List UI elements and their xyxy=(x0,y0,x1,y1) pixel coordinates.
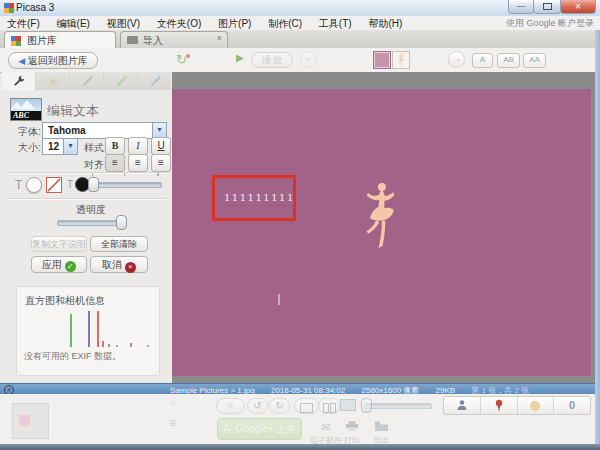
font-select[interactable]: Tahoma ▾ xyxy=(42,122,167,139)
apply-button[interactable]: 应用 ✓ xyxy=(31,256,87,273)
fit-small-button[interactable]: A xyxy=(472,53,493,68)
align-left-button[interactable]: ≡ xyxy=(105,154,125,172)
tab-close-icon[interactable]: × xyxy=(217,33,222,43)
slider-tick xyxy=(92,173,93,176)
histogram-box: 直方图和相机信息 没有可用的 EXIF 数据。 xyxy=(16,286,160,376)
star-button[interactable]: ☆ xyxy=(216,398,245,414)
split-view-icon xyxy=(323,403,329,413)
photo-canvas[interactable]: 111111111 xyxy=(172,89,591,376)
close-button[interactable]: × xyxy=(560,0,596,14)
tab-effects-1[interactable] xyxy=(70,72,104,90)
transparency-label: 透明度 xyxy=(76,203,106,217)
photo-viewport: 111111111 xyxy=(172,72,595,383)
bold-button[interactable]: B xyxy=(105,137,125,155)
align-right-button[interactable]: ≡ xyxy=(151,154,171,172)
back-to-library-button[interactable]: ◀ 返回到图片库 xyxy=(8,52,98,69)
abc-label: ABC xyxy=(13,111,29,120)
fit-large-button[interactable]: AA xyxy=(523,53,546,68)
histogram-spike xyxy=(108,344,110,347)
next-photo-button[interactable]: → xyxy=(448,51,465,68)
font-label: 字体: xyxy=(18,125,41,139)
single-view-icon xyxy=(300,403,313,413)
panel-title: 编辑文本 xyxy=(47,102,99,120)
play-icon[interactable]: ▶ xyxy=(236,52,244,63)
copy-caption-button[interactable]: 复制文字说明 xyxy=(31,236,87,252)
back-arrow-icon: ◀ xyxy=(18,56,25,66)
rotate-ccw-button[interactable]: ↺ xyxy=(247,398,268,414)
fill-color-swatch[interactable] xyxy=(26,177,42,193)
histogram-spike xyxy=(70,314,72,347)
back-to-library-label: 返回到图片库 xyxy=(28,55,88,66)
fit-medium-button[interactable]: AB xyxy=(497,53,520,68)
face-tag-button[interactable] xyxy=(518,397,555,414)
window-right-border xyxy=(595,30,600,444)
people-button[interactable] xyxy=(444,397,481,414)
outline-size-slider-knob[interactable] xyxy=(88,177,99,192)
histogram-spike xyxy=(130,343,132,347)
italic-button[interactable]: I xyxy=(128,137,148,155)
histogram-spike xyxy=(147,345,149,347)
thumbnail-ballerina-photo[interactable] xyxy=(392,51,410,69)
photo-overlay-text[interactable]: 111111111 xyxy=(224,192,295,203)
envelope-icon: ✉ xyxy=(321,421,330,433)
apply-label: 应用 xyxy=(42,259,62,270)
underline-button[interactable]: U xyxy=(151,137,171,155)
check-icon: ✓ xyxy=(65,261,76,272)
mountains-icon xyxy=(11,100,39,109)
tab-import[interactable]: 导入 × xyxy=(120,31,228,48)
geotag-button[interactable] xyxy=(481,397,518,414)
play-button[interactable]: 播放 xyxy=(251,52,293,68)
zoom-slider[interactable] xyxy=(364,403,432,409)
size-select[interactable]: 12 ▾ xyxy=(42,138,78,155)
google-signin-link[interactable]: 使用 Google 帐户登录 xyxy=(506,17,594,30)
tab-import-label: 导入 xyxy=(143,34,163,48)
histogram-title: 直方图和相机信息 xyxy=(25,294,105,308)
tray-photo-icon xyxy=(19,415,30,426)
share-google-button[interactable]: 在 Google+ 上共享 xyxy=(217,418,302,440)
fill-color-t-label: T xyxy=(15,178,22,192)
picasa-logo-icon xyxy=(4,3,9,8)
exif-note: 没有可用的 EXIF 数据。 xyxy=(24,350,121,363)
prev-photo-button[interactable]: « xyxy=(300,51,317,68)
map-pin-icon xyxy=(494,399,504,412)
edit-text-abc-icon: ABC xyxy=(10,98,42,121)
transparency-slider-knob[interactable] xyxy=(116,215,127,230)
tab-library-label: 图片库 xyxy=(27,34,57,48)
single-view-button[interactable] xyxy=(294,398,319,414)
outline-size-slider[interactable] xyxy=(90,182,162,188)
cancel-button[interactable]: 取消 × xyxy=(90,256,148,273)
thumbnail-current-photo[interactable] xyxy=(373,51,391,69)
export-button[interactable]: 导出 xyxy=(362,417,400,446)
minimize-button[interactable]: — xyxy=(508,0,534,14)
maximize-button[interactable] xyxy=(533,0,561,14)
person-icon xyxy=(456,399,468,411)
ballerina-thumb-icon xyxy=(394,53,408,67)
tray-clear-icon[interactable]: ⊞ xyxy=(169,418,177,428)
no-outline-swatch[interactable] xyxy=(46,177,62,193)
menu-bar: 文件(F) 编辑(E) 视图(V) 文件夹(O) 图片(P) 制作(C) 工具(… xyxy=(0,16,600,31)
histogram-spike xyxy=(116,345,118,347)
size-dropdown-icon[interactable]: ▾ xyxy=(63,139,77,154)
tag-count-button[interactable]: 0 xyxy=(554,397,590,414)
tab-library[interactable]: 图片库 xyxy=(4,31,116,48)
split-view-icon2 xyxy=(330,403,336,413)
divider xyxy=(8,198,166,199)
zoom-slider-knob[interactable] xyxy=(361,398,372,413)
clear-all-button[interactable]: 全部清除 xyxy=(90,236,148,252)
tab-effects-3[interactable] xyxy=(138,72,171,90)
tab-basic-fixes[interactable] xyxy=(2,72,36,90)
size-label: 大小: xyxy=(18,141,41,155)
split-view-button[interactable] xyxy=(318,398,340,414)
outline-t-label: T xyxy=(67,179,73,190)
sun-icon xyxy=(46,74,60,88)
picasa-window: Picasa 3 — × 文件(F) 编辑(E) 视图(V) 文件夹(O) 图片… xyxy=(0,0,600,450)
wrench-icon xyxy=(12,74,26,88)
tab-tuning[interactable] xyxy=(36,72,70,90)
font-dropdown-icon[interactable]: ▾ xyxy=(152,123,166,138)
rotate-cw-button[interactable]: ↻ xyxy=(269,398,290,414)
text-selection-box[interactable]: 111111111 xyxy=(212,175,296,221)
selection-tray-thumbnail[interactable] xyxy=(12,403,49,439)
align-center-button[interactable]: ≡ xyxy=(128,154,148,172)
tray-hold-icon[interactable]: ○ xyxy=(170,398,175,408)
tab-effects-2[interactable] xyxy=(104,72,138,90)
